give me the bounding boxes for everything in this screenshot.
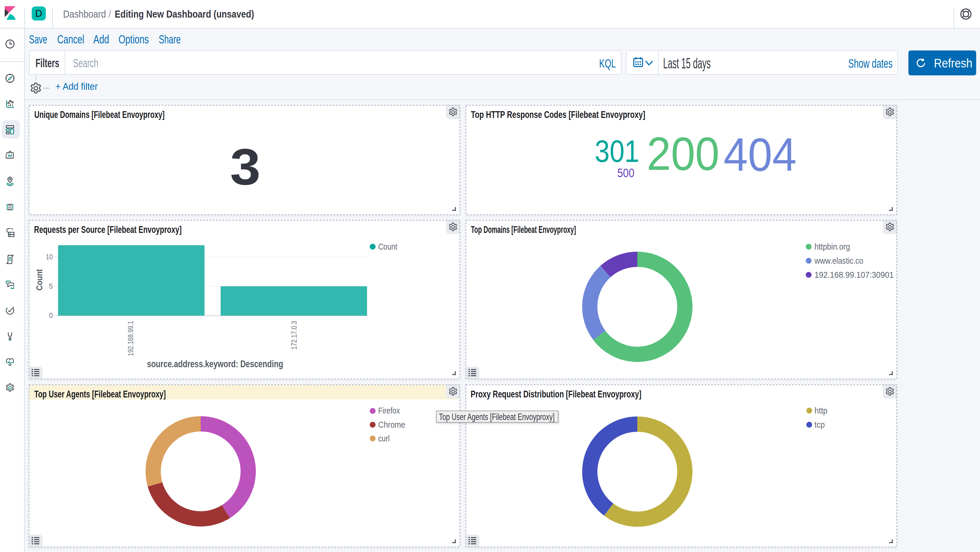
svg-text:301: 301 xyxy=(595,134,640,168)
svg-text:Save: Save xyxy=(29,33,47,46)
svg-text:Filters: Filters xyxy=(35,57,59,70)
svg-text:Dashboard: Dashboard xyxy=(63,8,106,20)
svg-text:Proxy Request Distribution [Fi: Proxy Request Distribution [Filebeat Env… xyxy=(471,389,641,400)
svg-text:httpbin.org: httpbin.org xyxy=(815,242,850,251)
svg-text:www.elastic.co: www.elastic.co xyxy=(814,256,863,265)
svg-text:0: 0 xyxy=(49,312,53,319)
svg-text:Top User Agents [Filebeat Envo: Top User Agents [Filebeat Envoyproxy] xyxy=(34,389,166,400)
svg-text:500: 500 xyxy=(617,166,634,180)
svg-text:3: 3 xyxy=(230,138,261,195)
svg-text:Last 15 days: Last 15 days xyxy=(663,55,711,71)
svg-text:Search: Search xyxy=(73,57,98,70)
svg-text:http: http xyxy=(815,406,827,415)
svg-text:Show dates: Show dates xyxy=(848,57,892,70)
svg-text:Add: Add xyxy=(93,33,109,46)
svg-text:Count: Count xyxy=(378,242,398,251)
svg-text:+ Add filter: + Add filter xyxy=(56,81,98,92)
svg-text:10: 10 xyxy=(46,253,53,261)
svg-text:192.168.99.107:30901: 192.168.99.107:30901 xyxy=(815,270,894,279)
svg-text:Count: Count xyxy=(34,269,44,291)
svg-text:Top Domains [Filebeat Envoypro: Top Domains [Filebeat Envoyproxy] xyxy=(471,224,576,235)
svg-text:Firefox: Firefox xyxy=(378,406,400,415)
svg-text:172.17.0.3: 172.17.0.3 xyxy=(290,321,298,350)
svg-text:Chrome: Chrome xyxy=(378,420,405,430)
svg-text:Requests per Source [Filebeat: Requests per Source [Filebeat Envoyproxy… xyxy=(34,224,181,235)
svg-text:KQL: KQL xyxy=(599,57,616,70)
svg-text:/: / xyxy=(108,8,111,20)
svg-text:Top HTTP Response Codes [Fileb: Top HTTP Response Codes [Filebeat Envoyp… xyxy=(471,109,645,120)
svg-text:Share: Share xyxy=(159,33,181,46)
svg-text:Options: Options xyxy=(119,33,149,46)
svg-text:tcp: tcp xyxy=(815,420,825,430)
svg-text:source.address.keyword: Descen: source.address.keyword: Descending xyxy=(147,358,283,369)
svg-text:Cancel: Cancel xyxy=(57,33,84,46)
svg-text:Editing New Dashboard (unsaved: Editing New Dashboard (unsaved) xyxy=(115,8,254,20)
svg-text:Unique Domains [Filebeat Envoy: Unique Domains [Filebeat Envoyproxy] xyxy=(34,109,165,120)
svg-text:curl: curl xyxy=(378,433,390,443)
svg-text:Refresh: Refresh xyxy=(934,56,972,70)
svg-text:192.168.99.1: 192.168.99.1 xyxy=(126,321,135,356)
svg-text:200: 200 xyxy=(647,127,719,180)
svg-text:Top User Agents [Filebeat Envo: Top User Agents [Filebeat Envoyproxy] xyxy=(439,412,555,422)
svg-text:5: 5 xyxy=(49,282,53,290)
svg-text:404: 404 xyxy=(724,128,797,181)
